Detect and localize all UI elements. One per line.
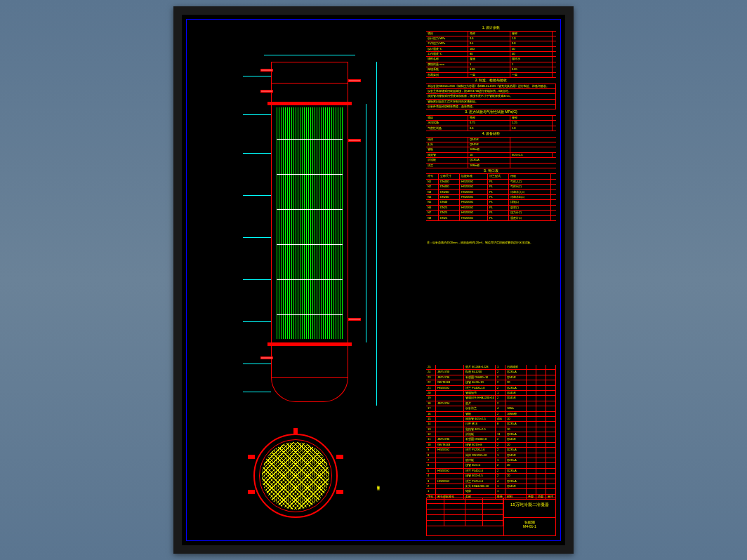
cad-viewer: 设 备 重 量 1. 设计参数 项目壳程管程设计压力 MPa0.61.0工作压力… bbox=[173, 6, 574, 554]
section-3-header: 3. 压力试验与气密性试验 MPa(G) bbox=[426, 109, 556, 116]
design-params-table: 项目壳程管程设计压力 MPa0.61.0工作压力 MPa0.40.8设计温度 ℃… bbox=[426, 32, 556, 79]
baffle bbox=[277, 209, 343, 210]
nozzle-N4 bbox=[348, 139, 361, 142]
nozzle-N6 bbox=[260, 356, 273, 359]
nozzle-plan bbox=[248, 455, 255, 459]
pressure-test-table: 项目壳程管程水压试验0.751.25气密性试验0.61.0 bbox=[426, 116, 556, 131]
baffle bbox=[277, 139, 343, 140]
section-4-header: 4. 设备材料 bbox=[426, 131, 556, 138]
drawing-border: 设 备 重 量 1. 设计参数 项目壳程管程设计压力 MPa0.61.0工作压力… bbox=[186, 19, 561, 541]
tube-bundle bbox=[277, 107, 343, 339]
balloon-leader bbox=[243, 76, 271, 76]
tube-pattern bbox=[262, 442, 329, 509]
plan-view bbox=[253, 434, 338, 518]
manufacture-notes: 本设备按GB150-1998《钢制压力容器》和GB151-1999《管壳式换热器… bbox=[426, 84, 556, 110]
baffle bbox=[277, 174, 343, 175]
nozzle-N1 bbox=[260, 69, 273, 72]
nozzle-plan bbox=[336, 455, 343, 459]
balloon-leader bbox=[243, 153, 271, 154]
bottom-head bbox=[271, 378, 348, 402]
baffle bbox=[277, 244, 343, 245]
bottom-flange bbox=[267, 342, 352, 346]
technical-note: 注：设备总高约4500mm，换热面积约120m²。制造完毕后按图样要求进行水压试… bbox=[427, 241, 553, 244]
balloon-leader bbox=[243, 364, 271, 364]
nozzle-N2 bbox=[260, 90, 273, 93]
baffle bbox=[277, 314, 343, 315]
baffle bbox=[277, 279, 343, 280]
title-block: 设计日期制图审核批准比例1:20共 张 第 张 15万吨冷凝二冷凝器 装配图 M… bbox=[426, 498, 556, 536]
balloon-leader bbox=[243, 114, 271, 115]
elevation-view bbox=[236, 41, 439, 434]
spec-tables: 1. 设计参数 项目壳程管程设计压力 MPa0.61.0工作压力 MPa0.40… bbox=[426, 25, 556, 236]
balloon-leader bbox=[243, 195, 271, 196]
top-flange bbox=[267, 102, 352, 105]
nozzle-table: 符号公称尺寸连接标准法兰型式用途N1DN400HG20592PL气体入口N2DN… bbox=[426, 174, 556, 221]
top-head bbox=[271, 62, 348, 83]
dim-tube-length bbox=[366, 104, 366, 342]
dim-diameter bbox=[264, 55, 355, 55]
section-1-header: 1. 设计参数 bbox=[426, 25, 556, 32]
nozzle-plan bbox=[248, 490, 255, 494]
drawing-title: 15万吨冷凝二冷凝器 bbox=[504, 498, 555, 518]
materials-table: 筒体Q345R封头Q345R管板16Mn锻换热管10Φ25×2.5折流板Q235… bbox=[426, 138, 556, 168]
balloon-leader bbox=[243, 321, 271, 322]
section-5-header: 5. 管口表 bbox=[426, 168, 556, 175]
nozzle-plan bbox=[293, 428, 298, 435]
dim-overall bbox=[376, 62, 377, 406]
drawing-number: M4-01-1 bbox=[523, 524, 536, 528]
nozzle-N3 bbox=[348, 79, 361, 82]
nozzle-plan bbox=[336, 490, 343, 494]
section-2-header: 2. 制造、检验与验收 bbox=[426, 78, 556, 84]
nozzle-N5 bbox=[348, 318, 361, 321]
weight-note: 设 备 重 量 bbox=[376, 483, 380, 485]
balloon-leader bbox=[243, 392, 271, 392]
balloon-leader bbox=[243, 279, 271, 280]
balloon-leader bbox=[243, 237, 271, 238]
